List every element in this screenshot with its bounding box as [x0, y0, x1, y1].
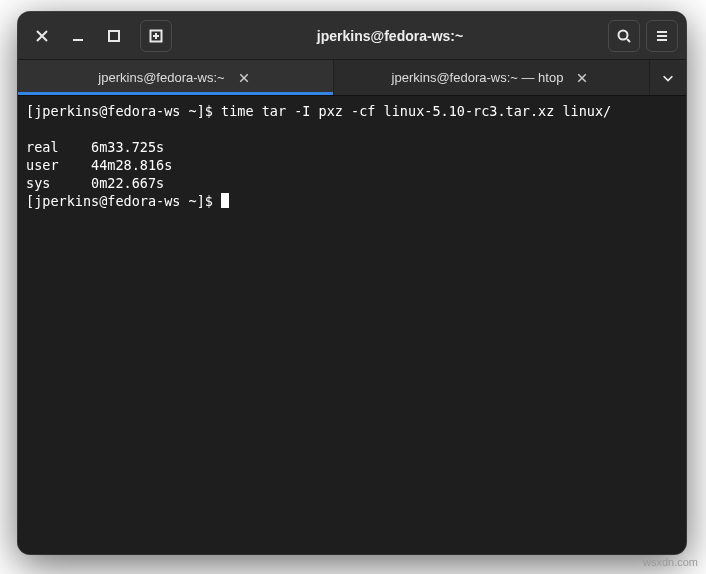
terminal-line: [jperkins@fedora-ws ~]$ time tar -I pxz …	[26, 103, 611, 119]
hamburger-icon	[654, 28, 670, 44]
window-title: jperkins@fedora-ws:~	[176, 28, 604, 44]
tab-2[interactable]: jperkins@fedora-ws:~ — htop	[334, 60, 650, 95]
close-icon	[34, 28, 50, 44]
maximize-icon	[106, 28, 122, 44]
menu-button[interactable]	[646, 20, 678, 52]
close-icon	[576, 72, 588, 84]
terminal-output[interactable]: [jperkins@fedora-ws ~]$ time tar -I pxz …	[18, 96, 686, 554]
cursor	[221, 193, 229, 208]
new-tab-button[interactable]	[140, 20, 172, 52]
tab-dropdown-button[interactable]	[650, 60, 686, 95]
maximize-button[interactable]	[98, 20, 130, 52]
watermark: wsxdn.com	[643, 556, 698, 568]
tab-label: jperkins@fedora-ws:~	[98, 70, 224, 85]
terminal-window: jperkins@fedora-ws:~ jperkins@fedora-ws:…	[18, 12, 686, 554]
tab-bar: jperkins@fedora-ws:~ jperkins@fedora-ws:…	[18, 60, 686, 96]
terminal-line: real 6m33.725s	[26, 139, 164, 155]
tab-label: jperkins@fedora-ws:~ — htop	[392, 70, 564, 85]
new-tab-icon	[148, 28, 164, 44]
terminal-prompt: [jperkins@fedora-ws ~]$	[26, 193, 221, 209]
terminal-line: user 44m28.816s	[26, 157, 172, 173]
minimize-button[interactable]	[62, 20, 94, 52]
search-button[interactable]	[608, 20, 640, 52]
titlebar: jperkins@fedora-ws:~	[18, 12, 686, 60]
svg-rect-0	[109, 31, 119, 41]
close-button[interactable]	[26, 20, 58, 52]
tab-1[interactable]: jperkins@fedora-ws:~	[18, 60, 334, 95]
tab-close-button[interactable]	[573, 69, 591, 87]
terminal-line: sys 0m22.667s	[26, 175, 164, 191]
minimize-icon	[70, 28, 86, 44]
svg-point-2	[619, 30, 628, 39]
close-icon	[238, 72, 250, 84]
search-icon	[616, 28, 632, 44]
chevron-down-icon	[661, 71, 675, 85]
tab-close-button[interactable]	[235, 69, 253, 87]
